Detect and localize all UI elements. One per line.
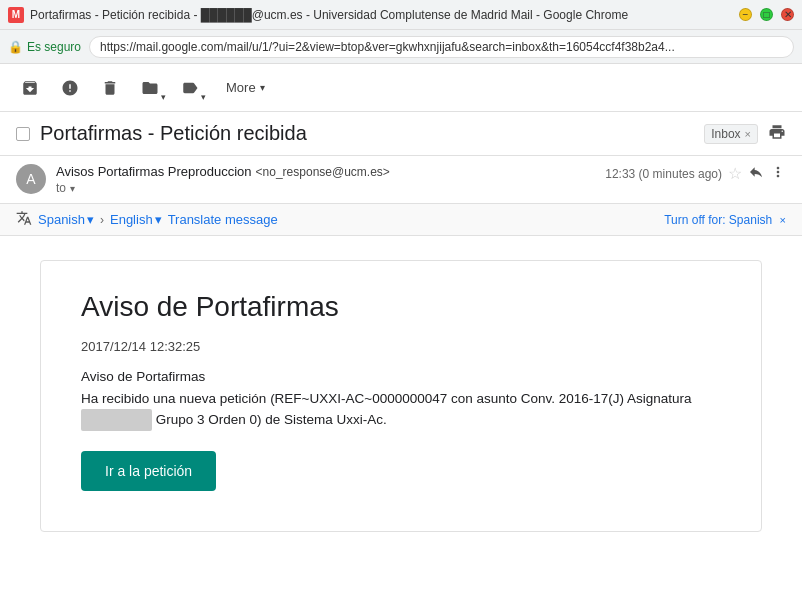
email-subject: Portafirmas - Petición recibida [40, 122, 694, 145]
close-button[interactable]: ✕ [781, 8, 794, 21]
email-date: 2017/12/14 12:32:25 [81, 339, 721, 354]
window-controls: − □ ✕ [739, 8, 794, 21]
translate-arrow: › [100, 213, 104, 227]
target-language-button[interactable]: English ▾ [110, 212, 162, 227]
sender-avatar: A [16, 164, 46, 194]
more-button[interactable]: More ▾ [216, 74, 275, 101]
sender-to-row: to ▾ [56, 181, 605, 195]
turnoff-close-button[interactable]: × [780, 214, 786, 226]
inbox-badge-close[interactable]: × [745, 128, 751, 140]
url-text: https://mail.google.com/mail/u/1/?ui=2&v… [100, 40, 675, 54]
main-content: ▾ ▾ More ▾ Portafirmas - Petición recibi… [0, 64, 802, 600]
body-line1: Aviso de Portafirmas [81, 369, 205, 384]
archive-button[interactable] [12, 70, 48, 106]
sender-info: Avisos Portafirmas Preproduccion <no_res… [56, 164, 605, 195]
email-heading: Aviso de Portafirmas [81, 291, 721, 323]
email-content: Aviso de Portafirmas 2017/12/14 12:32:25… [0, 236, 802, 556]
toolbar: ▾ ▾ More ▾ [0, 64, 802, 112]
to-dropdown[interactable]: ▾ [70, 183, 75, 194]
addressbar: 🔒 Es seguro https://mail.google.com/mail… [0, 30, 802, 64]
translate-message-link[interactable]: Translate message [168, 212, 278, 227]
inbox-label: Inbox [711, 127, 740, 141]
target-language-label: English [110, 212, 153, 227]
target-lang-dropdown: ▾ [155, 212, 162, 227]
label-button[interactable]: ▾ [172, 70, 208, 106]
lock-icon: 🔒 [8, 40, 23, 54]
source-language-button[interactable]: Spanish ▾ [38, 212, 94, 227]
window-title: Portafirmas - Petición recibida - ██████… [30, 8, 739, 22]
maximize-button[interactable]: □ [760, 8, 773, 21]
titlebar: M Portafirmas - Petición recibida - ████… [0, 0, 802, 30]
source-language-label: Spanish [38, 212, 85, 227]
blurred-content: ███████ [81, 409, 152, 431]
minimize-button[interactable]: − [739, 8, 752, 21]
reply-button[interactable] [748, 164, 764, 183]
sender-time-area: 12:33 (0 minutes ago) ☆ [605, 164, 786, 183]
body-line2-start: Ha recibido una nueva petición (REF~UXXI… [81, 391, 692, 406]
translate-icon [16, 210, 32, 229]
sender-name: Avisos Portafirmas Preproduccion [56, 164, 252, 179]
email-body: Aviso de Portafirmas 2017/12/14 12:32:25… [40, 260, 762, 532]
inbox-badge: Inbox × [704, 124, 758, 144]
translate-bar: Spanish ▾ › English ▾ Translate message … [0, 204, 802, 236]
select-checkbox[interactable] [16, 127, 30, 141]
turnoff-area: Turn off for: Spanish × [664, 213, 786, 227]
cta-button[interactable]: Ir a la petición [81, 451, 216, 491]
delete-button[interactable] [92, 70, 128, 106]
body-line2-end: Grupo 3 Orden 0) de Sistema Uxxi-Ac. [152, 412, 387, 427]
email-area: Portafirmas - Petición recibida Inbox × … [0, 112, 802, 600]
subject-bar: Portafirmas - Petición recibida Inbox × [0, 112, 802, 156]
secure-badge: 🔒 Es seguro [8, 40, 81, 54]
email-more-button[interactable] [770, 164, 786, 183]
print-button[interactable] [768, 123, 786, 145]
spam-button[interactable] [52, 70, 88, 106]
move-button[interactable]: ▾ [132, 70, 168, 106]
email-body-text: Aviso de Portafirmas Ha recibido una nue… [81, 366, 721, 431]
star-button[interactable]: ☆ [728, 164, 742, 183]
email-time: 12:33 (0 minutes ago) [605, 167, 722, 181]
url-bar[interactable]: https://mail.google.com/mail/u/1/?ui=2&v… [89, 36, 794, 58]
more-dropdown-arrow: ▾ [260, 82, 265, 93]
more-label: More [226, 80, 256, 95]
sender-row: A Avisos Portafirmas Preproduccion <no_r… [0, 156, 802, 204]
turnoff-label: Turn off for: Spanish [664, 213, 772, 227]
to-label: to [56, 181, 66, 195]
source-lang-dropdown: ▾ [87, 212, 94, 227]
secure-label: Es seguro [27, 40, 81, 54]
gmail-icon: M [8, 7, 24, 23]
sender-email: <no_response@ucm.es> [256, 165, 390, 179]
